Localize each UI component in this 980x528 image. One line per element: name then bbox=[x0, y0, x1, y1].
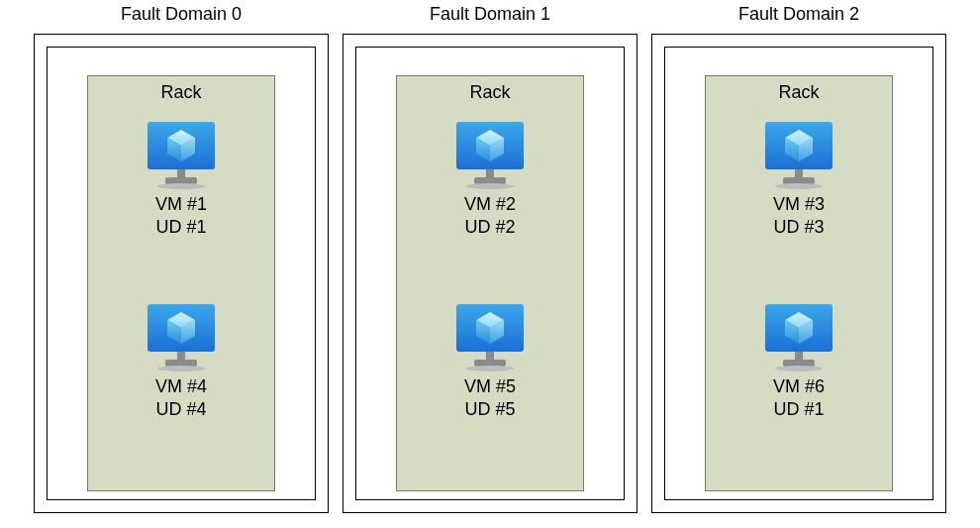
vm-monitor-icon bbox=[143, 302, 220, 371]
fault-domain-title: Fault Domain 1 bbox=[343, 4, 637, 25]
rack: Rack VM #1 UD #1 VM #4 UD #4 bbox=[87, 75, 275, 491]
ud-label: UD #2 bbox=[397, 216, 583, 239]
fault-domain-inner: Rack VM #1 UD #1 VM #4 UD #4 bbox=[47, 47, 316, 500]
vm-entry: VM #5 UD #5 bbox=[397, 302, 583, 422]
fault-domain-inner: Rack VM #3 UD #3 VM #6 UD #1 bbox=[664, 47, 933, 500]
fault-domain-outer: Rack VM #1 UD #1 VM #4 UD #4 bbox=[34, 34, 329, 513]
vm-label: VM #5 bbox=[397, 375, 583, 398]
vm-entry: VM #2 UD #2 bbox=[397, 120, 583, 240]
vm-entry: VM #3 UD #3 bbox=[706, 120, 892, 240]
ud-label: UD #4 bbox=[88, 398, 274, 421]
vm-entry: VM #4 UD #4 bbox=[88, 302, 274, 422]
fault-domain-outer: Rack VM #2 UD #2 VM #5 UD #5 bbox=[343, 34, 637, 513]
diagram-canvas: Fault Domain 0 Rack VM #1 UD #1 VM #4 UD… bbox=[0, 0, 980, 528]
vm-label: VM #3 bbox=[706, 193, 892, 216]
vm-monitor-icon bbox=[760, 302, 837, 371]
vm-label: VM #2 bbox=[397, 193, 583, 216]
vm-monitor-icon bbox=[143, 120, 220, 189]
vm-label: VM #1 bbox=[88, 193, 274, 216]
fault-domain-outer: Rack VM #3 UD #3 VM #6 UD #1 bbox=[651, 34, 946, 513]
vm-monitor-icon bbox=[451, 120, 529, 189]
fault-domain-inner: Rack VM #2 UD #2 VM #5 UD #5 bbox=[355, 47, 625, 500]
rack-label: Rack bbox=[88, 82, 274, 103]
ud-label: UD #5 bbox=[397, 398, 583, 421]
rack-label: Rack bbox=[397, 82, 583, 103]
vm-monitor-icon bbox=[760, 120, 837, 189]
vm-monitor-icon bbox=[451, 302, 529, 371]
ud-label: UD #1 bbox=[706, 398, 892, 421]
vm-label: VM #4 bbox=[88, 375, 274, 398]
vm-entry: VM #1 UD #1 bbox=[88, 120, 274, 240]
fault-domain-title: Fault Domain 2 bbox=[651, 4, 946, 25]
rack: Rack VM #2 UD #2 VM #5 UD #5 bbox=[396, 75, 584, 491]
vm-entry: VM #6 UD #1 bbox=[706, 302, 892, 422]
ud-label: UD #1 bbox=[88, 216, 274, 239]
fault-domain-title: Fault Domain 0 bbox=[34, 4, 329, 25]
rack: Rack VM #3 UD #3 VM #6 UD #1 bbox=[705, 75, 893, 491]
rack-label: Rack bbox=[706, 82, 892, 103]
vm-label: VM #6 bbox=[706, 375, 892, 398]
ud-label: UD #3 bbox=[706, 216, 892, 239]
